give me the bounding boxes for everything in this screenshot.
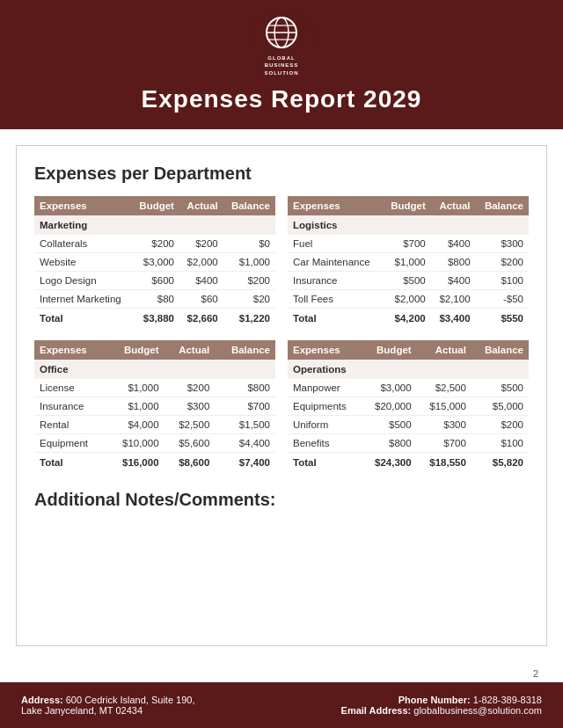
total-budget: $3,880: [131, 308, 179, 328]
expense-name: Collaterals: [34, 235, 131, 253]
col-expenses-1: Expenses: [34, 196, 131, 215]
dept-logistics-label: Logistics: [288, 215, 529, 235]
budget-val: $1,000: [106, 379, 165, 397]
balance-val: $500: [472, 379, 529, 397]
col-actual-2: Actual: [431, 196, 476, 215]
total-row: Total $16,000 $8,600 $7,400: [34, 452, 275, 472]
col-expenses-3: Expenses: [34, 340, 106, 360]
total-balance: $5,820: [472, 452, 529, 472]
budget-val: $1,000: [106, 397, 165, 415]
table-row: Car Maintenance $1,000 $800 $200: [288, 252, 529, 271]
balance-val: $5,000: [472, 397, 529, 415]
total-actual: $18,550: [417, 452, 472, 472]
table-row: License $1,000 $200 $800: [34, 379, 275, 397]
globe-icon: [265, 16, 298, 49]
tables-grid: Expenses Budget Actual Balance Marketing…: [34, 196, 529, 472]
footer: Address: 600 Cedrick Island, Suite 190,L…: [0, 682, 563, 728]
logo-line1: GLOBAL: [267, 55, 295, 61]
col-actual-3: Actual: [165, 340, 216, 360]
budget-val: $10,000: [106, 433, 165, 452]
expense-name: Logo Design: [34, 271, 131, 289]
logo-line2: BUSINESS: [265, 62, 299, 68]
table-row: Website $3,000 $2,000 $1,000: [34, 252, 275, 271]
col-balance-4: Balance: [472, 340, 529, 360]
actual-val: $400: [431, 235, 476, 253]
operations-table: Expenses Budget Actual Balance Operation…: [288, 340, 529, 472]
actual-val: $2,100: [431, 289, 476, 308]
expense-name: Insurance: [34, 397, 106, 415]
dept-name-row: Office: [34, 360, 275, 379]
balance-val: $1,500: [215, 415, 275, 433]
footer-right: Phone Number: 1-828-389-8318 Email Addre…: [341, 695, 542, 716]
budget-val: $80: [131, 289, 179, 308]
table-row: Benefits $800 $700 $100: [288, 433, 529, 452]
total-label: Total: [34, 308, 131, 328]
additional-notes-title: Additional Notes/Comments:: [34, 490, 529, 510]
actual-val: $60: [179, 289, 223, 308]
header-title-bar: Expenses Report 2029: [0, 78, 563, 129]
phone-number: 1-828-389-8318: [473, 695, 542, 705]
actual-val: $400: [431, 271, 476, 289]
marketing-table-container: Expenses Budget Actual Balance Marketing…: [34, 196, 275, 328]
balance-val: $700: [215, 397, 275, 415]
budget-val: $3,000: [131, 252, 179, 271]
expense-name: Insurance: [288, 271, 382, 289]
col-balance-2: Balance: [476, 196, 529, 215]
table-row: Insurance $1,000 $300 $700: [34, 397, 275, 415]
balance-val: $20: [223, 289, 275, 308]
expense-name: Equipment: [34, 433, 106, 452]
table-row: Rental $4,000 $2,500 $1,500: [34, 415, 275, 433]
expense-name: Car Maintenance: [288, 252, 382, 271]
address-label: Address:: [21, 695, 63, 705]
actual-val: $200: [165, 379, 216, 397]
col-actual-1: Actual: [179, 196, 223, 215]
marketing-table: Expenses Budget Actual Balance Marketing…: [34, 196, 275, 328]
table-row: Toll Fees $2,000 $2,100 -$50: [288, 289, 529, 308]
total-budget: $24,300: [362, 452, 416, 472]
balance-val: $0: [223, 235, 275, 253]
expense-name: Manpower: [288, 379, 362, 397]
budget-val: $500: [362, 415, 416, 433]
actual-val: $400: [179, 271, 223, 289]
actual-val: $200: [179, 235, 223, 253]
balance-val: $300: [476, 235, 529, 253]
table-row: Collaterals $200 $200 $0: [34, 235, 275, 253]
col-balance-3: Balance: [215, 340, 275, 360]
balance-val: -$50: [476, 289, 529, 308]
budget-val: $1,000: [382, 252, 431, 271]
expense-name: Fuel: [288, 235, 382, 253]
additional-notes-section: Additional Notes/Comments:: [34, 490, 529, 510]
actual-val: $15,000: [417, 397, 472, 415]
total-row: Total $24,300 $18,550 $5,820: [288, 452, 529, 472]
expense-name: Toll Fees: [288, 289, 382, 308]
balance-val: $200: [472, 415, 529, 433]
dept-name-row: Operations: [288, 360, 529, 379]
table-row: Logo Design $600 $400 $200: [34, 271, 275, 289]
dept-name-row: Logistics: [288, 215, 529, 235]
col-budget-2: Budget: [382, 196, 431, 215]
col-expenses-2: Expenses: [288, 196, 382, 215]
col-budget-1: Budget: [131, 196, 179, 215]
page-number: 2: [0, 665, 563, 682]
total-balance: $1,220: [223, 308, 275, 328]
budget-val: $700: [382, 235, 431, 253]
balance-val: $100: [472, 433, 529, 452]
budget-val: $500: [382, 271, 431, 289]
logistics-table: Expenses Budget Actual Balance Logistics…: [288, 196, 529, 328]
total-balance: $550: [476, 308, 529, 328]
balance-val: $4,400: [215, 433, 275, 452]
col-expenses-4: Expenses: [288, 340, 362, 360]
expense-name: Benefits: [288, 433, 362, 452]
report-title: Expenses Report 2029: [0, 85, 563, 113]
footer-left: Address: 600 Cedrick Island, Suite 190,L…: [21, 695, 195, 716]
expense-name: Internet Marketing: [34, 289, 131, 308]
table-row: Fuel $700 $400 $300: [288, 235, 529, 253]
logo-line3: SOLUTION: [265, 70, 299, 76]
total-label: Total: [34, 452, 106, 472]
main-content: Expenses per Department Expenses Budget …: [0, 129, 563, 665]
expense-name: Website: [34, 252, 131, 271]
actual-val: $800: [431, 252, 476, 271]
table-row: Uniform $500 $300 $200: [288, 415, 529, 433]
operations-table-container: Expenses Budget Actual Balance Operation…: [288, 340, 529, 472]
budget-val: $20,000: [362, 397, 416, 415]
